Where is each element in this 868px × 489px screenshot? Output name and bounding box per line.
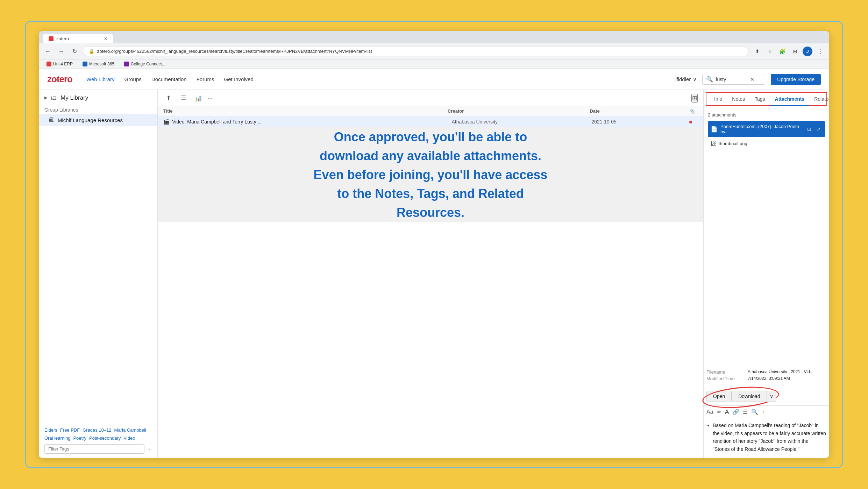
tag-elders[interactable]: Elders bbox=[44, 427, 57, 433]
items-table: 🎬 Video: Maria Campbell and Terry Lusty … bbox=[158, 116, 703, 458]
nav-forums[interactable]: Forums bbox=[197, 76, 214, 82]
bookmark-college-label: College Connect... bbox=[131, 62, 165, 66]
back-btn[interactable]: ← bbox=[43, 47, 53, 56]
filter-tags-input[interactable] bbox=[44, 444, 144, 454]
table-row[interactable]: 🎬 Video: Maria Campbell and Terry Lusty … bbox=[158, 116, 703, 128]
nav-web-library[interactable]: Web Library bbox=[86, 76, 115, 82]
format-add-btn[interactable]: + bbox=[762, 409, 765, 415]
tag-poetry[interactable]: Poetry bbox=[73, 435, 86, 441]
upload-btn[interactable]: ⬆ bbox=[163, 93, 174, 103]
tag-post-secondary[interactable]: Post-secondary bbox=[89, 435, 121, 441]
menu-btn[interactable]: ⋮ bbox=[815, 47, 825, 56]
tab-tags[interactable]: Tags bbox=[750, 93, 770, 106]
format-search-btn[interactable]: 🔍 bbox=[751, 409, 758, 415]
format-text-btn[interactable]: Aa bbox=[706, 409, 713, 415]
nav-documentation[interactable]: Documentation bbox=[151, 76, 187, 82]
tag-free-pdf[interactable]: Free PDF bbox=[60, 427, 80, 433]
tag-video[interactable]: Video bbox=[123, 435, 135, 441]
bookmark-ms365[interactable]: Microsoft 365 bbox=[80, 61, 116, 67]
column-toggle-btn[interactable]: ⊞ bbox=[691, 94, 698, 102]
nav-get-involved[interactable]: Get Involved bbox=[224, 76, 254, 82]
row-attachment-icon bbox=[689, 119, 698, 125]
search-input[interactable] bbox=[716, 77, 747, 82]
browser-window: zotero ✕ ← → ↻ 🔒 zotero.org/groups/46225… bbox=[39, 31, 829, 458]
toolbar-actions: ⬆ ☆ 🧩 ⊞ J ⋮ bbox=[752, 47, 825, 56]
browser-tab[interactable]: zotero ✕ bbox=[43, 34, 113, 43]
bookmark-btn[interactable]: ☆ bbox=[765, 47, 775, 56]
group-label: Michif Language Resources bbox=[58, 117, 123, 123]
zotero-logo: zotero bbox=[47, 74, 72, 85]
browser-chrome: zotero ✕ bbox=[39, 31, 829, 43]
tab-close-btn[interactable]: ✕ bbox=[104, 36, 107, 41]
nav-search-bar[interactable]: 🔍 ✕ bbox=[702, 74, 765, 85]
indent-btn[interactable]: ☰ bbox=[178, 93, 188, 103]
tag-grades[interactable]: Grades 10–12 bbox=[83, 427, 111, 433]
search-clear-btn[interactable]: ✕ bbox=[750, 77, 754, 82]
open-btn[interactable]: Open bbox=[706, 391, 732, 402]
row-type-icon: 🎬 bbox=[163, 119, 169, 125]
profile-btn[interactable]: ⊞ bbox=[790, 47, 800, 56]
format-list-btn[interactable]: ☰ bbox=[743, 409, 748, 415]
bookmark-favicon-ms365 bbox=[83, 62, 87, 66]
attachment-item-thumbnail[interactable]: 🖼 thumbnail.png bbox=[708, 139, 825, 149]
download-btn[interactable]: Download bbox=[732, 391, 767, 402]
filter-tags-bar: ··· bbox=[44, 444, 152, 454]
bookmark-unit4[interactable]: Unit4 ERP bbox=[44, 61, 75, 67]
nav-groups[interactable]: Groups bbox=[124, 76, 142, 82]
forward-btn[interactable]: → bbox=[56, 47, 66, 56]
metadata-section: Filename Athabasca University - 2021 - V… bbox=[704, 365, 829, 387]
format-strikethrough-btn[interactable]: A̶ bbox=[725, 409, 729, 415]
zotero-app: zotero Web Library Groups Documentation … bbox=[39, 69, 829, 458]
extensions-btn[interactable]: 🧩 bbox=[777, 47, 787, 56]
filename-label: Filename bbox=[706, 369, 745, 375]
format-highlight-btn[interactable]: ✏ bbox=[717, 409, 721, 415]
upgrade-storage-btn[interactable]: Upgrade Storage bbox=[771, 74, 821, 85]
tab-related[interactable]: Related bbox=[809, 93, 829, 106]
attachment-copy-btn[interactable]: ⊡ bbox=[805, 125, 813, 133]
bookmark-college[interactable]: College Connect... bbox=[122, 61, 168, 67]
sidebar-michif-group[interactable]: 🏛 Michif Language Resources bbox=[39, 114, 157, 126]
profile-avatar[interactable]: J bbox=[803, 47, 812, 56]
attachment-snapshot-icon: 📄 bbox=[711, 126, 718, 133]
share-btn[interactable]: ⬆ bbox=[752, 47, 762, 56]
zotero-body: ▶ 🗂 My Library Group Libraries 🏛 Michif … bbox=[39, 90, 829, 458]
chart-btn[interactable]: 📊 bbox=[193, 93, 203, 103]
overlay-message: Once approved, you'll be able to downloa… bbox=[158, 128, 703, 222]
main-toolbar: ⬆ ☰ 📊 ··· ⊞ bbox=[158, 90, 703, 106]
col-header-attachment: 📎 bbox=[689, 108, 698, 114]
bookmark-ms365-label: Microsoft 365 bbox=[89, 62, 114, 66]
tab-attachments[interactable]: Attachments bbox=[770, 93, 810, 106]
toolbar-more-btn[interactable]: ··· bbox=[207, 94, 213, 102]
attachment-item-poem[interactable]: 📄 PoemHunter.com. (2007). Jacob Poem by.… bbox=[708, 121, 825, 137]
filter-tags-menu-btn[interactable]: ··· bbox=[147, 446, 152, 452]
format-link-btn[interactable]: 🔗 bbox=[732, 409, 739, 415]
sidebar-expand-icon: ▶ bbox=[44, 95, 47, 100]
attachment-thumbnail-title: thumbnail.png bbox=[719, 141, 747, 146]
row-title: Video: Maria Campbell and Terry Lusty ..… bbox=[172, 119, 451, 125]
row-date: 2021-10-05 bbox=[591, 119, 689, 125]
attachment-external-btn[interactable]: ↗ bbox=[814, 125, 822, 133]
attachment-poem-title: PoemHunter.com. (2007). Jacob Poem by... bbox=[720, 124, 803, 134]
tags-list: Elders Free PDF Grades 10–12 Maria Campb… bbox=[44, 427, 152, 441]
download-dropdown-btn[interactable]: ∨ bbox=[767, 391, 776, 402]
filename-value: Athabasca University - 2021 - Vid... bbox=[748, 369, 826, 374]
lock-icon: 🔒 bbox=[89, 49, 94, 54]
tag-oral-learning[interactable]: Oral learning bbox=[44, 435, 70, 441]
bookmark-favicon-unit4 bbox=[47, 62, 51, 66]
modified-label: Modified Time bbox=[706, 376, 745, 381]
reload-btn[interactable]: ↻ bbox=[70, 47, 79, 56]
table-header: Title Creator Date ↓ 📎 bbox=[158, 106, 703, 116]
nav-user[interactable]: jfiddler ∨ bbox=[675, 76, 697, 83]
right-panel-tabs: Info Notes Tags Attachments Related bbox=[706, 92, 827, 106]
col-header-creator: Creator bbox=[448, 108, 590, 114]
overlay-text: Once approved, you'll be able to downloa… bbox=[308, 128, 553, 222]
address-bar[interactable]: 🔒 zotero.org/groups/4622562/michif_langu… bbox=[83, 46, 749, 56]
modified-value: 7/14/2022, 3:09:21 AM bbox=[748, 376, 826, 381]
tag-maria-campbell[interactable]: Maria Campbell bbox=[114, 427, 146, 433]
my-library-label: My Library bbox=[61, 94, 88, 101]
note-text: Based on Maria Campbell's reading of "Ja… bbox=[704, 418, 829, 458]
tab-info[interactable]: Info bbox=[709, 93, 727, 106]
bookmark-favicon-college bbox=[124, 62, 129, 66]
tab-notes[interactable]: Notes bbox=[727, 93, 750, 106]
sidebar-my-library[interactable]: ▶ 🗂 My Library bbox=[39, 90, 157, 106]
